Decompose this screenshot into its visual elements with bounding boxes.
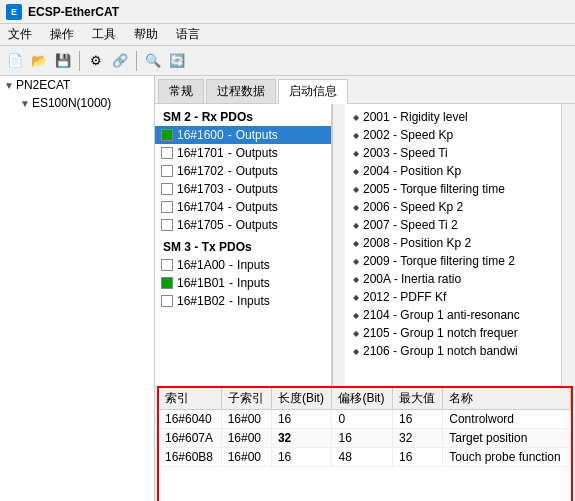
tree-root-label: PN2ECAT bbox=[16, 78, 70, 92]
tree-root[interactable]: ▼ PN2ECAT bbox=[0, 76, 154, 94]
tree-child[interactable]: ▼ ES100N(1000) bbox=[0, 94, 154, 112]
param-label-2009: 2009 - Torque filtering time 2 bbox=[363, 254, 515, 268]
pdo-item-1702[interactable]: 16#1702 - Outputs bbox=[155, 162, 331, 180]
table-cell-0-2: 16 bbox=[271, 410, 332, 429]
tab-process-data[interactable]: 过程数据 bbox=[206, 79, 276, 103]
pdo-sep-1704: - bbox=[228, 200, 232, 214]
menu-tools[interactable]: 工具 bbox=[88, 24, 120, 45]
pdo-sep-1702: - bbox=[228, 164, 232, 178]
param-item-2106[interactable]: 2106 - Group 1 notch bandwi bbox=[345, 342, 561, 360]
param-item-2104[interactable]: 2104 - Group 1 anti-resonanc bbox=[345, 306, 561, 324]
pdo-sep-1703: - bbox=[228, 182, 232, 196]
table-row[interactable]: 16#604016#0016016Controlword bbox=[159, 410, 571, 429]
param-item-2009[interactable]: 2009 - Torque filtering time 2 bbox=[345, 252, 561, 270]
main-area: ▼ PN2ECAT ▼ ES100N(1000) 常规 过程数据 启动信息 SM… bbox=[0, 76, 575, 501]
pdo-sep-1701: - bbox=[228, 146, 232, 160]
content-area: SM 2 - Rx PDOs 16#1600 - Outputs 16#1701… bbox=[155, 104, 575, 386]
tab-general[interactable]: 常规 bbox=[158, 79, 204, 103]
pdo-item-1704[interactable]: 16#1704 - Outputs bbox=[155, 198, 331, 216]
table-row[interactable]: 16#607A16#00321632Target position bbox=[159, 429, 571, 448]
toolbar-separator-1 bbox=[79, 51, 80, 71]
pdo-id-1a00: 16#1A00 bbox=[177, 258, 225, 272]
pdo-sep-1705: - bbox=[228, 218, 232, 232]
param-label-2006: 2006 - Speed Kp 2 bbox=[363, 200, 463, 214]
param-label-2001: 2001 - Rigidity level bbox=[363, 110, 468, 124]
param-item-2005[interactable]: 2005 - Torque filtering time bbox=[345, 180, 561, 198]
bottom-table-area: 索引 子索引 长度(Bit) 偏移(Bit) 最大值 名称 16#604016#… bbox=[157, 386, 573, 501]
new-button[interactable]: 📄 bbox=[4, 50, 26, 72]
refresh-button[interactable]: 🔄 bbox=[166, 50, 188, 72]
menu-file[interactable]: 文件 bbox=[4, 24, 36, 45]
right-scrollbar[interactable] bbox=[561, 104, 575, 386]
pdo-id-1703: 16#1703 bbox=[177, 182, 224, 196]
pdo-label-1704: Outputs bbox=[236, 200, 278, 214]
table-cell-2-3: 48 bbox=[332, 448, 393, 467]
pdo-checkbox-1703 bbox=[161, 183, 173, 195]
pdo-item-1600[interactable]: 16#1600 - Outputs bbox=[155, 126, 331, 144]
pdo-item-1b02[interactable]: 16#1B02 - Inputs bbox=[155, 292, 331, 310]
pdo-item-1705[interactable]: 16#1705 - Outputs bbox=[155, 216, 331, 234]
pdo-checkbox-1701 bbox=[161, 147, 173, 159]
pdo-item-1b01[interactable]: 16#1B01 - Inputs bbox=[155, 274, 331, 292]
param-item-2105[interactable]: 2105 - Group 1 notch frequer bbox=[345, 324, 561, 342]
pdo-checkbox-1704 bbox=[161, 201, 173, 213]
pdo-checkbox-1702 bbox=[161, 165, 173, 177]
param-label-2105: 2105 - Group 1 notch frequer bbox=[363, 326, 518, 340]
detail-table: 索引 子索引 长度(Bit) 偏移(Bit) 最大值 名称 16#604016#… bbox=[159, 388, 571, 467]
table-cell-2-4: 16 bbox=[393, 448, 443, 467]
param-label-2106: 2106 - Group 1 notch bandwi bbox=[363, 344, 518, 358]
param-label-2008: 2008 - Position Kp 2 bbox=[363, 236, 471, 250]
col-header-name: 名称 bbox=[443, 388, 571, 410]
settings-button[interactable]: ⚙ bbox=[85, 50, 107, 72]
col-header-subindex: 子索引 bbox=[221, 388, 271, 410]
table-cell-0-5: Controlword bbox=[443, 410, 571, 429]
param-item-2001[interactable]: 2001 - Rigidity level bbox=[345, 108, 561, 126]
param-item-2007[interactable]: 2007 - Speed Ti 2 bbox=[345, 216, 561, 234]
menu-language[interactable]: 语言 bbox=[172, 24, 204, 45]
table-cell-2-2: 16 bbox=[271, 448, 332, 467]
pdo-id-1b01: 16#1B01 bbox=[177, 276, 225, 290]
menu-bar: 文件 操作 工具 帮助 语言 bbox=[0, 24, 575, 46]
save-button[interactable]: 💾 bbox=[52, 50, 74, 72]
param-item-2002[interactable]: 2002 - Speed Kp bbox=[345, 126, 561, 144]
table-cell-2-5: Touch probe function bbox=[443, 448, 571, 467]
search-button[interactable]: 🔍 bbox=[142, 50, 164, 72]
pdo-label-1600: Outputs bbox=[236, 128, 278, 142]
pdo-item-1a00[interactable]: 16#1A00 - Inputs bbox=[155, 256, 331, 274]
param-label-2007: 2007 - Speed Ti 2 bbox=[363, 218, 458, 232]
param-label-2004: 2004 - Position Kp bbox=[363, 164, 461, 178]
app-title: ECSP-EtherCAT bbox=[28, 5, 119, 19]
param-item-200a[interactable]: 200A - Inertia ratio bbox=[345, 270, 561, 288]
menu-help[interactable]: 帮助 bbox=[130, 24, 162, 45]
pdo-checkbox-1b02 bbox=[161, 295, 173, 307]
pdo-scrollbar[interactable] bbox=[332, 104, 345, 386]
pdo-item-1701[interactable]: 16#1701 - Outputs bbox=[155, 144, 331, 162]
open-button[interactable]: 📂 bbox=[28, 50, 50, 72]
tree-child-label: ES100N(1000) bbox=[32, 96, 111, 110]
app-icon: E bbox=[6, 4, 22, 20]
param-item-2012[interactable]: 2012 - PDFF Kf bbox=[345, 288, 561, 306]
table-row[interactable]: 16#60B816#00164816Touch probe function bbox=[159, 448, 571, 467]
tree-child-arrow: ▼ bbox=[20, 98, 30, 109]
tab-startup-info[interactable]: 启动信息 bbox=[278, 79, 348, 104]
toolbar: 📄 📂 💾 ⚙ 🔗 🔍 🔄 bbox=[0, 46, 575, 76]
table-cell-1-4: 32 bbox=[393, 429, 443, 448]
pdo-sep-1600: - bbox=[228, 128, 232, 142]
table-cell-0-3: 0 bbox=[332, 410, 393, 429]
left-tree-panel: ▼ PN2ECAT ▼ ES100N(1000) bbox=[0, 76, 155, 501]
param-label-2003: 2003 - Speed Ti bbox=[363, 146, 448, 160]
pdo-list: SM 2 - Rx PDOs 16#1600 - Outputs 16#1701… bbox=[155, 104, 332, 386]
pdo-id-1701: 16#1701 bbox=[177, 146, 224, 160]
menu-operate[interactable]: 操作 bbox=[46, 24, 78, 45]
pdo-checkbox-1705 bbox=[161, 219, 173, 231]
param-label-200a: 200A - Inertia ratio bbox=[363, 272, 461, 286]
col-header-index: 索引 bbox=[159, 388, 221, 410]
table-cell-2-1: 16#00 bbox=[221, 448, 271, 467]
param-item-2008[interactable]: 2008 - Position Kp 2 bbox=[345, 234, 561, 252]
pdo-label-1b02: Inputs bbox=[237, 294, 270, 308]
network-button[interactable]: 🔗 bbox=[109, 50, 131, 72]
param-item-2006[interactable]: 2006 - Speed Kp 2 bbox=[345, 198, 561, 216]
param-item-2004[interactable]: 2004 - Position Kp bbox=[345, 162, 561, 180]
pdo-item-1703[interactable]: 16#1703 - Outputs bbox=[155, 180, 331, 198]
param-item-2003[interactable]: 2003 - Speed Ti bbox=[345, 144, 561, 162]
